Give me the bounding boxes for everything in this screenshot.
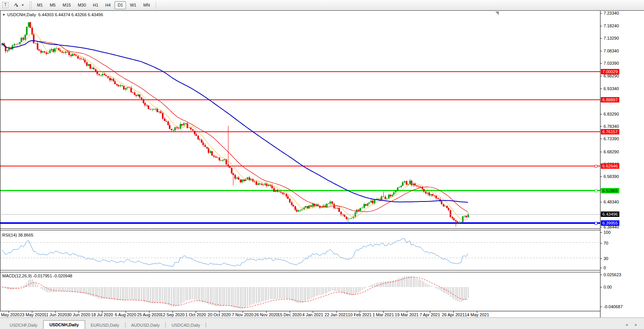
mt4-terminal: { "toolbar": { "text_tool_label": "T", "… [0,0,644,329]
price-tick-label: 6.73390 [600,136,619,141]
chart-tab-eurusd[interactable]: EURUSD,Daily [85,321,125,329]
price-tick-label: 7.03390 [600,60,619,66]
macd-indicator-label: MACD(12,26,9) -0.017951 -0.020948 [2,274,72,278]
date-tick-label: 30 Jun 2020 [67,312,91,317]
chart-symbol-label: USDCNH,Daily [7,12,36,17]
rsi-tick-label: 30 [600,256,608,261]
resistance-line-4-price-label: 6.62646 [601,163,619,169]
date-tick-label: 12 Sep 2020 [161,312,184,317]
chart-plot-area: ▼USDCNH,Daily 6.44303 6.44374 6.43266 6.… [0,11,600,311]
price-tick-label: 6.58390 [600,174,619,179]
price-tick-label: 7.18240 [600,23,619,29]
top-toolbar: T ▼ M1M5M15M30H1H4D1W1MN [0,0,644,10]
support-line-blue-price-label: 6.39955 [601,220,619,226]
macd-tick-label: 0.00 [600,284,612,290]
arrows-tool-icon [13,2,19,8]
tab-scroll-right-icon[interactable]: ► [634,323,638,327]
macd-tick-label: -0.040687 [600,304,623,309]
tab-separator [206,322,206,327]
arrows-tool-button[interactable]: ▼ [12,1,26,9]
timeframe-button-h1[interactable]: H1 [90,1,101,9]
timeframe-button-m1[interactable]: M1 [34,1,46,9]
rsi-tick-label: 0 [600,265,606,270]
date-tick-label: 26 Apr 2021 [442,312,465,317]
tab-scroll-left-icon[interactable]: ◄ [625,323,628,327]
date-tick-label: 1 Oct 2020 [185,312,206,317]
chart-title: ▼USDCNH,Daily 6.44303 6.44374 6.43266 6.… [2,12,103,17]
price-tick-label: 7.23340 [600,10,619,16]
tab-scroll-arrows: ◄ ► [625,323,638,327]
date-tick-label: 6 Aug 2020 [115,312,136,317]
macd-tick-label: 0.025623 [600,272,621,277]
current-price-label: 6.43496 [601,212,619,217]
timeframe-button-m30[interactable]: M30 [75,1,89,9]
price-tick-label: 7.13290 [600,35,619,41]
price-tick-label: 6.48340 [600,199,619,205]
price-axis[interactable]: 7.233407.182407.132907.083407.033906.982… [600,11,644,318]
date-tick-label: 7 Nov 2020 [232,312,253,317]
date-tick-label: 15 Dec 2020 [278,312,302,317]
chart-expand-icon[interactable]: ▼ [2,13,5,17]
timeframe-button-mn[interactable]: MN [140,1,153,9]
price-chart-canvas[interactable] [0,11,600,311]
timeframe-button-d1[interactable]: D1 [114,1,126,9]
timeframe-button-w1[interactable]: W1 [127,1,139,9]
timeframe-button-m15[interactable]: M15 [59,1,74,9]
timeframe-button-group: M1M5M15M30H1H4D1W1MN [34,1,153,9]
price-tick-label: 7.08340 [600,48,619,54]
chart-window: ▼USDCNH,Daily 6.44303 6.44374 6.43266 6.… [0,10,644,318]
rsi-tick-label: 100 [600,230,610,235]
date-tick-label: 20 Oct 2020 [208,312,231,317]
chart-tab-usdchf[interactable]: USDCHF,Daily [4,321,43,329]
date-tick-label: 23 May 2020 [20,312,44,317]
date-tick-label: 14 May 2021 [465,312,489,317]
current-price-line [0,214,600,215]
price-tick-label: 6.78340 [600,124,619,129]
date-tick-label: 25 Aug 2020 [137,312,161,317]
price-tick-label: 6.93340 [600,86,619,91]
price-tick-label: 6.83290 [600,111,619,117]
chart-tab-usdcnh[interactable]: USDCNH,Daily [43,320,85,329]
date-tick-label: 4 Jan 2021 [302,312,323,317]
resistance-line-3-price-label: 6.76157 [601,129,619,134]
date-tick-label: 10 Feb 2021 [348,312,372,317]
chart-tabs: USDCHF,DailyUSDCNH,DailyEURUSD,DailyAUDU… [4,320,206,329]
date-tick-label: 1 Mar 2021 [372,312,394,317]
date-tick-label: 5 May 2020 [0,312,20,317]
toolbar-separator [156,1,156,9]
chart-tab-bar: USDCHF,DailyUSDCNH,DailyEURUSD,DailyAUDU… [0,317,644,329]
timeframe-button-m5[interactable]: M5 [47,1,59,9]
chart-tab-audusd[interactable]: AUDUSD,Daily [126,321,166,329]
date-tick-label: 19 Mar 2021 [395,312,419,317]
toolbar-grip [30,1,32,9]
timeframe-button-h4[interactable]: H4 [102,1,114,9]
resistance-line-1-price-label: 7.00029 [601,69,619,74]
date-tick-label: 22 Jan 2021 [325,312,348,317]
text-tool-button[interactable]: T [1,1,10,9]
chart-shift-marker-icon[interactable] [495,12,499,15]
rsi-tick-label: 70 [600,240,608,246]
rsi-indicator-label: RSI(14) 38.8665 [2,233,34,237]
price-tick-label: 6.68290 [600,149,619,154]
date-tick-label: 18 Jul 2020 [91,312,113,317]
chart-ohlc-values: 6.44303 6.44374 6.43266 6.43496 [39,12,103,17]
text-tool-icon: T [2,2,8,8]
date-tick-label: 11 Jun 2020 [44,312,67,317]
resistance-line-2-price-label: 6.88897 [601,97,619,102]
support-line-green-price-label: 6.52865 [601,188,619,193]
date-tick-label: 7 Apr 2021 [419,312,440,317]
dropdown-caret-icon: ▼ [21,3,24,7]
chart-tab-usdcad[interactable]: USDCAD,Daily [166,321,206,329]
date-tick-label: 26 Nov 2020 [254,312,278,317]
